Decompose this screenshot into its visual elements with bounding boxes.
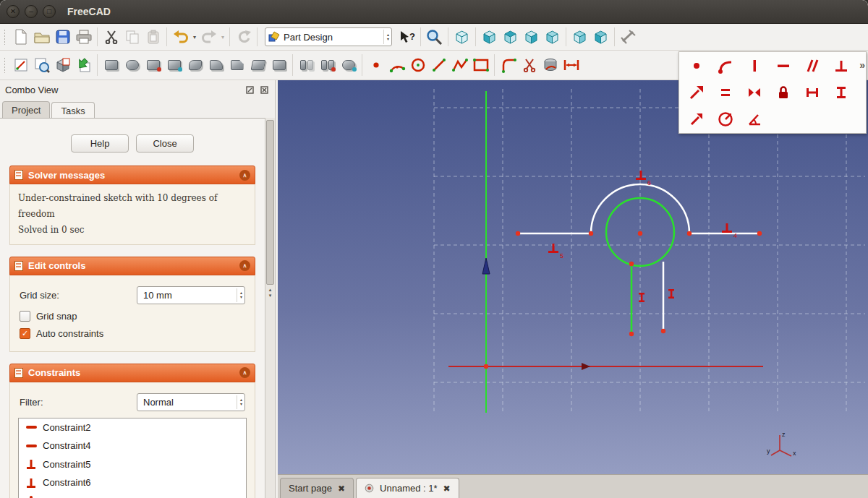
left-view-icon[interactable] xyxy=(590,26,611,48)
collapse-section-icon[interactable]: ∧ xyxy=(239,170,250,181)
validate-sketch-icon[interactable] xyxy=(540,54,561,76)
vertical-distance-icon[interactable] xyxy=(827,80,856,104)
create-polyline-icon[interactable] xyxy=(449,54,470,76)
close-tab-icon[interactable]: ✖ xyxy=(338,484,345,494)
toolbar-handle[interactable] xyxy=(4,29,6,45)
list-item[interactable]: Constraint4 xyxy=(19,437,246,455)
titlebar[interactable]: ✕ – □ FreeCAD xyxy=(0,0,868,24)
perpendicular-constraint-icon[interactable] xyxy=(827,53,856,77)
equal-constraint-icon[interactable] xyxy=(711,80,740,104)
list-item[interactable]: Constraint6 xyxy=(19,473,246,492)
fillet-feature-icon[interactable] xyxy=(205,54,226,76)
workbench-selector[interactable]: Part Design ▴▾ xyxy=(265,27,392,46)
front-view-icon[interactable] xyxy=(479,26,500,48)
solver-messages-header[interactable]: Solver messages ∧ xyxy=(9,166,255,184)
help-button[interactable]: Help xyxy=(71,134,129,153)
create-point-icon[interactable] xyxy=(365,54,386,76)
distance-constraint-icon[interactable] xyxy=(682,107,711,131)
create-line-icon[interactable] xyxy=(428,54,449,76)
create-arc-icon[interactable] xyxy=(386,54,407,76)
window-maximize-icon[interactable]: □ xyxy=(43,5,56,18)
angle-constraint-icon[interactable] xyxy=(740,107,769,131)
spinner-arrows-icon[interactable]: ▴▾ xyxy=(237,288,242,302)
undo-dropdown-icon[interactable]: ▾ xyxy=(191,34,198,40)
close-button[interactable]: Close xyxy=(136,134,194,153)
horizontal-constraint-icon[interactable] xyxy=(769,53,798,77)
bottom-view-icon[interactable] xyxy=(569,26,590,48)
linear-pattern-icon[interactable] xyxy=(317,54,338,76)
close-tab-icon[interactable]: ✖ xyxy=(443,484,451,494)
3d-viewport[interactable]: 5 6 4 z y x Start page ✖ xyxy=(278,80,868,498)
create-fillet-icon[interactable] xyxy=(498,54,519,76)
redo-dropdown-icon[interactable]: ▾ xyxy=(219,34,226,40)
tab-project[interactable]: Project xyxy=(2,101,50,118)
measure-distance-icon[interactable] xyxy=(618,26,639,48)
revolution-icon[interactable] xyxy=(122,54,142,76)
top-view-icon[interactable] xyxy=(500,26,521,48)
mirrored-icon[interactable] xyxy=(296,54,317,76)
window-minimize-icon[interactable]: – xyxy=(25,5,38,18)
paste-icon[interactable] xyxy=(142,26,163,48)
hole-icon[interactable] xyxy=(163,54,184,76)
block-constraint-icon[interactable] xyxy=(769,80,798,104)
scrollbar-stepper-icons[interactable]: ▴▾ xyxy=(265,287,275,299)
create-sketch-icon[interactable] xyxy=(10,54,31,76)
close-panel-icon[interactable] xyxy=(258,84,270,95)
toolbar-handle[interactable] xyxy=(4,57,6,73)
copy-icon[interactable] xyxy=(122,26,142,48)
new-document-icon[interactable] xyxy=(10,26,31,48)
groove-icon[interactable] xyxy=(184,54,205,76)
toolbar-overflow-icon[interactable]: » xyxy=(859,59,865,71)
tangent-constraint-icon[interactable] xyxy=(682,80,711,104)
tab-start-page[interactable]: Start page ✖ xyxy=(280,478,354,498)
constraint-filter-select[interactable]: Normal ▴▾ xyxy=(137,393,245,411)
axonometric-view-icon[interactable] xyxy=(451,26,472,48)
grid-snap-checkbox[interactable] xyxy=(20,311,30,322)
undo-icon[interactable] xyxy=(170,26,191,48)
open-document-icon[interactable] xyxy=(31,26,52,48)
cut-icon[interactable] xyxy=(101,26,122,48)
scrollbar-thumb[interactable] xyxy=(266,120,274,285)
refresh-icon[interactable] xyxy=(233,26,254,48)
whats-this-icon[interactable]: ? xyxy=(396,26,417,48)
spinner-arrows-icon[interactable]: ▴▾ xyxy=(237,395,242,409)
symmetric-constraint-icon[interactable] xyxy=(740,80,769,104)
float-panel-icon[interactable] xyxy=(244,84,255,95)
edit-controls-header[interactable]: Edit controls ∧ xyxy=(9,257,255,275)
coincident-constraint-icon[interactable] xyxy=(682,53,711,77)
dimension-tools-icon[interactable] xyxy=(561,54,582,76)
draft-icon[interactable] xyxy=(247,54,268,76)
create-rectangle-icon[interactable] xyxy=(470,54,491,76)
vertical-constraint-icon[interactable] xyxy=(740,53,769,77)
map-sketch-icon[interactable] xyxy=(52,54,73,76)
trim-edge-icon[interactable] xyxy=(519,54,540,76)
pad-icon[interactable] xyxy=(101,54,122,76)
polar-pattern-icon[interactable] xyxy=(338,54,359,76)
tab-tasks[interactable]: Tasks xyxy=(51,102,94,119)
constraints-header[interactable]: Constraints ∧ xyxy=(9,364,255,382)
chamfer-icon[interactable] xyxy=(226,54,247,76)
collapse-section-icon[interactable]: ∧ xyxy=(239,260,250,271)
pocket-icon[interactable] xyxy=(142,54,163,76)
tab-unnamed-document[interactable]: Unnamed : 1* ✖ xyxy=(356,478,459,498)
window-close-icon[interactable]: ✕ xyxy=(7,5,20,18)
grid-size-spinner[interactable]: 10 mm ▴▾ xyxy=(137,286,245,304)
workbench-spinner-icon[interactable]: ▴▾ xyxy=(383,30,389,44)
right-view-icon[interactable] xyxy=(521,26,542,48)
horizontal-distance-icon[interactable] xyxy=(798,80,827,104)
rear-view-icon[interactable] xyxy=(542,26,563,48)
list-item[interactable]: Constraint5 xyxy=(19,455,246,474)
create-circle-icon[interactable] xyxy=(407,54,428,76)
list-item[interactable]: Constraint8 xyxy=(19,492,246,498)
print-icon[interactable] xyxy=(73,26,94,48)
edit-sketch-icon[interactable] xyxy=(31,54,52,76)
fit-all-icon[interactable] xyxy=(424,26,445,48)
collapse-section-icon[interactable]: ∧ xyxy=(239,367,250,378)
point-on-object-icon[interactable] xyxy=(711,53,740,77)
parallel-constraint-icon[interactable] xyxy=(798,53,827,77)
panel-scrollbar[interactable]: ▴▾ xyxy=(265,118,275,498)
redo-icon[interactable] xyxy=(198,26,219,48)
save-document-icon[interactable] xyxy=(52,26,73,48)
thickness-icon[interactable] xyxy=(268,54,289,76)
leave-sketch-icon[interactable] xyxy=(73,54,94,76)
